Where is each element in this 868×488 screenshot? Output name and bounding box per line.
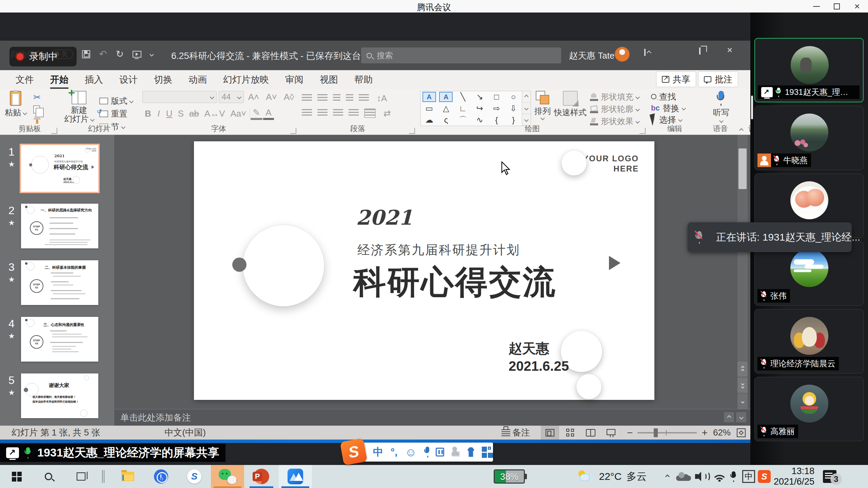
- shapes-gallery[interactable]: A A ╲ ↘ □ ○ ▭ △ ∟ ↪ ⇨ ⇩ ☁ ς ⌒: [420, 91, 522, 126]
- ime-status-button[interactable]: 20: [452, 447, 460, 458]
- tab-transitions[interactable]: 切换: [146, 70, 180, 89]
- copy-icon[interactable]: [33, 105, 40, 114]
- gallery-up-icon[interactable]: [522, 91, 531, 103]
- shrink-font-button[interactable]: A˅: [263, 92, 279, 102]
- slide-thumbnail-1[interactable]: YOUR LOGOHERE 2021 经济系第九届科研提升计划 科研心得交流 赵…: [21, 145, 98, 192]
- ime-voice-button[interactable]: [424, 447, 428, 458]
- zoom-out-button[interactable]: −: [627, 427, 633, 439]
- file-explorer-button[interactable]: [115, 465, 140, 488]
- zoom-slider[interactable]: [637, 432, 697, 433]
- shape-triangle-icon[interactable]: △: [439, 103, 453, 114]
- tab-design[interactable]: 设计: [111, 70, 146, 89]
- character-spacing-button[interactable]: A↔V: [202, 108, 228, 119]
- shadow-button[interactable]: S: [176, 108, 186, 119]
- align-right-icon[interactable]: [333, 109, 343, 117]
- customize-toolbar-chevron-icon[interactable]: [150, 52, 154, 57]
- participant-tile-1[interactable]: 1931赵天惠_理论经...: [754, 38, 864, 102]
- slide-thumbnail-4[interactable]: 三、心态和沟通的重要性 STEP03: [21, 317, 98, 362]
- save-icon[interactable]: [82, 50, 90, 58]
- zoom-percentage[interactable]: 62%: [713, 427, 731, 438]
- shape-outline-button[interactable]: 形状轮廓: [590, 104, 639, 115]
- comments-button[interactable]: 批注: [698, 72, 738, 87]
- start-button[interactable]: [6, 465, 27, 488]
- slide-canvas[interactable]: YOUR LOGOHERE 2021 经济系第九届科研提升计划 科研心得交流 赵…: [114, 135, 750, 409]
- shape-down-arrow-icon[interactable]: ⇩: [507, 103, 520, 114]
- shape-textbox-icon[interactable]: A: [422, 92, 436, 102]
- powerpoint-button[interactable]: [247, 465, 276, 488]
- notes-up-button[interactable]: [724, 412, 734, 422]
- sogou-logo-icon[interactable]: S: [340, 438, 367, 465]
- search-input[interactable]: [377, 51, 533, 60]
- grow-font-button[interactable]: A˄: [246, 92, 262, 102]
- change-case-button[interactable]: Aa˅: [228, 108, 249, 119]
- shape-line-icon[interactable]: ╲: [456, 92, 470, 102]
- notification-center-button[interactable]: 3: [818, 465, 842, 488]
- find-button[interactable]: 查找: [651, 91, 700, 102]
- slide-thumbnail-3[interactable]: 二、科研基本技能的掌握 STEP02: [21, 260, 98, 305]
- participant-tile-2[interactable]: 牛晓燕: [754, 106, 864, 170]
- tab-slideshow[interactable]: 幻灯片放映: [215, 70, 277, 89]
- tab-animations[interactable]: 动画: [180, 70, 215, 89]
- tencent-meeting-button[interactable]: [279, 465, 312, 488]
- font-size-combo[interactable]: 44: [219, 91, 244, 103]
- volume-tray-icon[interactable]: [692, 465, 711, 488]
- ime-mode-tray[interactable]: 中: [740, 465, 757, 488]
- ppt-close-button[interactable]: ×: [727, 47, 732, 55]
- slide-thumbnail-5[interactable]: 谢谢大家 祝大家科研顺利，每天都有新收获！ 祝毕业的学长学姐和同学们前程似锦！: [21, 373, 98, 418]
- new-slide-button[interactable]: 新建幻灯片: [63, 91, 95, 123]
- ime-emoji-button[interactable]: ☺: [405, 446, 417, 459]
- ribbon-search[interactable]: [361, 47, 561, 63]
- share-button[interactable]: 共享: [656, 72, 696, 87]
- sidebar-scrollbar-thumb[interactable]: [751, 96, 753, 119]
- dictate-button[interactable]: 听写: [705, 91, 737, 122]
- normal-view-button[interactable]: [541, 426, 559, 440]
- mic-tray-icon[interactable]: [726, 465, 742, 488]
- account-avatar[interactable]: [615, 47, 630, 62]
- zoom-in-button[interactable]: +: [702, 427, 708, 439]
- font-name-combo[interactable]: [142, 91, 217, 103]
- ppt-restore-button[interactable]: [699, 48, 701, 54]
- font-dialog-launcher-icon[interactable]: [290, 128, 296, 134]
- tab-insert[interactable]: 插入: [77, 70, 111, 89]
- account-name[interactable]: 赵天惠 Tate: [569, 50, 614, 62]
- slideshow-from-here-button[interactable]: [737, 394, 748, 409]
- zoom-slider-thumb[interactable]: [654, 428, 658, 437]
- drawing-dialog-launcher-icon[interactable]: [639, 128, 646, 134]
- smartart-convert-icon[interactable]: ⇄: [381, 108, 393, 119]
- weather-widget[interactable]: 22°C 多云: [568, 465, 656, 488]
- meeting-close-button[interactable]: ×: [850, 2, 864, 11]
- fit-to-window-button[interactable]: [737, 428, 746, 437]
- notes-toggle-icon[interactable]: [501, 429, 510, 436]
- gallery-down-icon[interactable]: [522, 103, 531, 114]
- clear-formatting-button[interactable]: A◊: [281, 92, 296, 102]
- shape-elbow-icon[interactable]: ∟: [456, 103, 470, 114]
- bullets-icon[interactable]: [302, 94, 312, 102]
- clock-app-button[interactable]: [149, 465, 174, 488]
- ime-toolbox-button[interactable]: [482, 447, 493, 458]
- quick-styles-button[interactable]: 快速样式: [554, 91, 587, 127]
- task-view-button[interactable]: [71, 465, 92, 488]
- tab-help[interactable]: 帮助: [346, 70, 381, 89]
- shape-fill-button[interactable]: 形状填充: [590, 92, 639, 102]
- slideshow-view-button[interactable]: [602, 426, 620, 440]
- increase-indent-icon[interactable]: [346, 94, 353, 102]
- justify-icon[interactable]: [349, 109, 359, 117]
- sogou-tray-icon[interactable]: S: [755, 465, 773, 488]
- notes-pane[interactable]: 单击此处添加备注: [114, 409, 750, 426]
- ime-mode-button[interactable]: 中: [373, 445, 383, 459]
- shape-vertical-textbox-icon[interactable]: A: [439, 92, 453, 102]
- wechat-button[interactable]: [211, 465, 244, 488]
- redo-icon[interactable]: ↻: [116, 49, 123, 59]
- format-painter-icon[interactable]: [33, 116, 41, 124]
- ribbon-display-options-button[interactable]: [644, 49, 646, 56]
- participant-tile-5[interactable]: 理论经济学陆晨云: [754, 309, 864, 373]
- italic-button[interactable]: I: [154, 108, 163, 119]
- notes-down-button[interactable]: [736, 412, 746, 422]
- onedrive-tray-icon[interactable]: [674, 465, 693, 488]
- participant-tile-6[interactable]: 高雅丽: [754, 377, 864, 441]
- highlight-color-button[interactable]: ✎: [251, 107, 263, 120]
- decrease-indent-icon[interactable]: [333, 94, 340, 102]
- shape-rectangle-icon[interactable]: □: [490, 92, 503, 102]
- sogou-pinyin-button[interactable]: S: [182, 465, 207, 488]
- numbering-icon[interactable]: [317, 94, 328, 102]
